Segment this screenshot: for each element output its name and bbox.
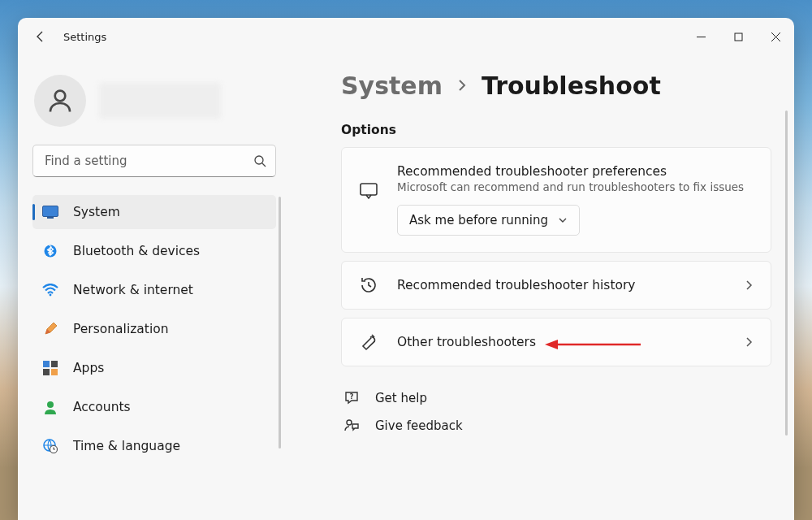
titlebar: Settings xyxy=(18,18,794,55)
chevron-down-icon xyxy=(558,215,568,225)
sidebar-scrollbar[interactable] xyxy=(279,197,281,448)
nav-label: Time & language xyxy=(73,439,180,453)
section-label: Options xyxy=(341,123,771,137)
get-help-link[interactable]: ? Get help xyxy=(343,384,771,412)
svg-point-5 xyxy=(255,156,263,164)
nav-list: System Bluetooth & devices Network & int… xyxy=(32,195,276,463)
troubleshooter-history-card[interactable]: Recommended troubleshooter history xyxy=(341,261,771,310)
nav-item-system[interactable]: System xyxy=(32,195,276,229)
chevron-right-icon xyxy=(743,280,754,291)
bluetooth-icon xyxy=(42,243,58,259)
avatar xyxy=(34,75,86,127)
card-title: Recommended troubleshooter history xyxy=(397,278,725,292)
search-input[interactable] xyxy=(32,145,276,177)
nav-label: Accounts xyxy=(73,400,131,414)
svg-rect-8 xyxy=(47,217,54,219)
dropdown-value: Ask me before running xyxy=(409,213,548,228)
card-subtitle: Microsoft can recommend and run troubles… xyxy=(397,180,754,193)
footer-links: ? Get help Give feedback xyxy=(341,384,771,440)
search-box xyxy=(32,145,276,177)
svg-text:?: ? xyxy=(350,393,354,401)
maximize-button[interactable] xyxy=(719,18,757,55)
nav-item-bluetooth[interactable]: Bluetooth & devices xyxy=(32,234,276,268)
link-label: Get help xyxy=(375,391,427,405)
svg-point-10 xyxy=(50,294,52,297)
back-button[interactable] xyxy=(32,28,49,45)
troubleshooter-preferences-card: Recommended troubleshooter preferences M… xyxy=(341,147,771,253)
close-button[interactable] xyxy=(757,18,794,55)
chevron-right-icon xyxy=(743,336,754,348)
main-scrollbar[interactable] xyxy=(785,110,788,436)
svg-rect-13 xyxy=(43,369,50,375)
card-title: Recommended troubleshooter preferences xyxy=(397,164,754,179)
wifi-icon xyxy=(42,282,58,298)
comment-icon xyxy=(358,180,379,202)
wrench-icon xyxy=(358,332,379,353)
other-troubleshooters-card[interactable]: Other troubleshooters xyxy=(341,318,771,366)
link-label: Give feedback xyxy=(375,418,463,433)
system-icon xyxy=(42,204,58,220)
svg-line-6 xyxy=(262,163,266,167)
settings-window: Settings xyxy=(18,18,794,520)
svg-point-4 xyxy=(55,91,66,102)
main-panel: System Troubleshoot Options Recommended … xyxy=(291,55,794,520)
nav-label: System xyxy=(73,205,120,219)
paintbrush-icon xyxy=(42,321,58,337)
window-title: Settings xyxy=(63,31,106,43)
search-icon xyxy=(253,154,266,167)
card-title: Other troubleshooters xyxy=(397,335,725,349)
svg-point-15 xyxy=(47,401,54,408)
svg-rect-14 xyxy=(51,369,58,375)
nav-item-personalization[interactable]: Personalization xyxy=(32,312,276,346)
apps-icon xyxy=(42,360,58,376)
sidebar: System Bluetooth & devices Network & int… xyxy=(18,55,291,520)
svg-point-22 xyxy=(347,420,352,425)
nav-item-apps[interactable]: Apps xyxy=(32,351,276,385)
nav-label: Network & internet xyxy=(73,283,193,297)
breadcrumb-parent[interactable]: System xyxy=(341,72,443,100)
nav-item-time-language[interactable]: Time & language xyxy=(32,429,276,463)
content-area: System Bluetooth & devices Network & int… xyxy=(18,55,794,520)
feedback-icon xyxy=(343,418,361,434)
chevron-right-icon xyxy=(457,78,467,93)
minimize-button[interactable] xyxy=(682,18,719,55)
svg-rect-1 xyxy=(735,33,742,41)
svg-rect-18 xyxy=(361,184,377,195)
give-feedback-link[interactable]: Give feedback xyxy=(343,412,771,440)
profile-block[interactable] xyxy=(32,70,276,145)
card-body: Recommended troubleshooter preferences M… xyxy=(397,164,754,236)
window-controls xyxy=(682,18,794,55)
nav-item-network[interactable]: Network & internet xyxy=(32,273,276,307)
profile-name-redacted xyxy=(99,83,221,119)
nav-label: Apps xyxy=(73,361,104,375)
svg-rect-12 xyxy=(51,361,58,367)
nav-container: System Bluetooth & devices Network & int… xyxy=(32,195,276,520)
history-icon xyxy=(358,275,379,296)
troubleshooter-preference-dropdown[interactable]: Ask me before running xyxy=(397,205,580,236)
accounts-icon xyxy=(42,399,58,415)
help-icon: ? xyxy=(343,390,361,406)
nav-label: Bluetooth & devices xyxy=(73,244,200,258)
nav-label: Personalization xyxy=(73,322,169,336)
nav-item-accounts[interactable]: Accounts xyxy=(32,390,276,424)
svg-rect-11 xyxy=(43,361,50,367)
breadcrumb: System Troubleshoot xyxy=(341,72,771,100)
svg-rect-7 xyxy=(43,206,58,217)
breadcrumb-current: Troubleshoot xyxy=(482,72,661,100)
globe-clock-icon xyxy=(42,438,58,454)
